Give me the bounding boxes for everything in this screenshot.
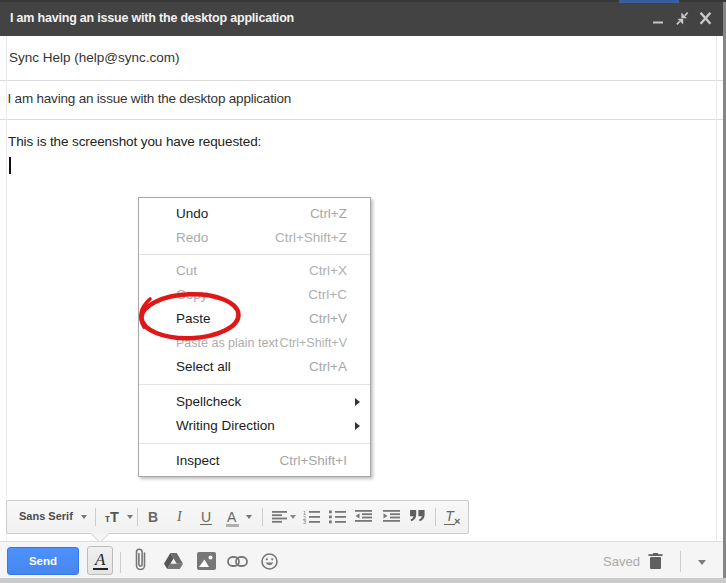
svg-text:3: 3 — [303, 519, 306, 524]
